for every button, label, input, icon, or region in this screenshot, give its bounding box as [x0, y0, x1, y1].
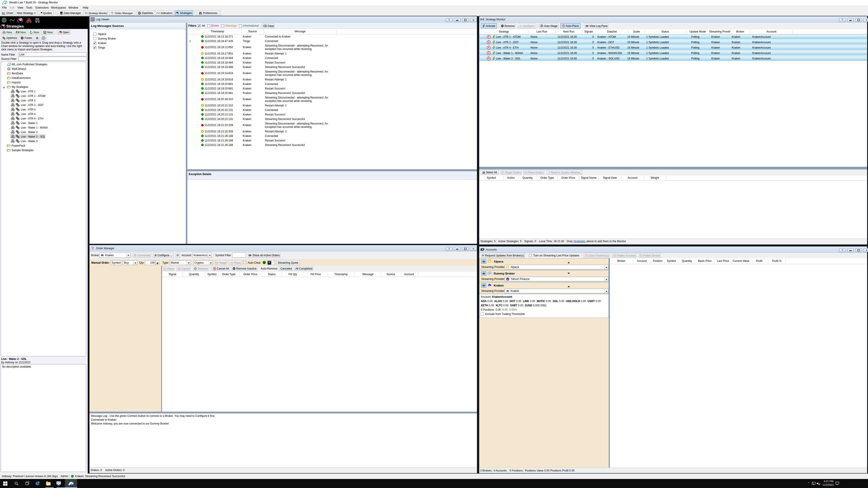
svg-text:?: ?: [43, 37, 44, 39]
